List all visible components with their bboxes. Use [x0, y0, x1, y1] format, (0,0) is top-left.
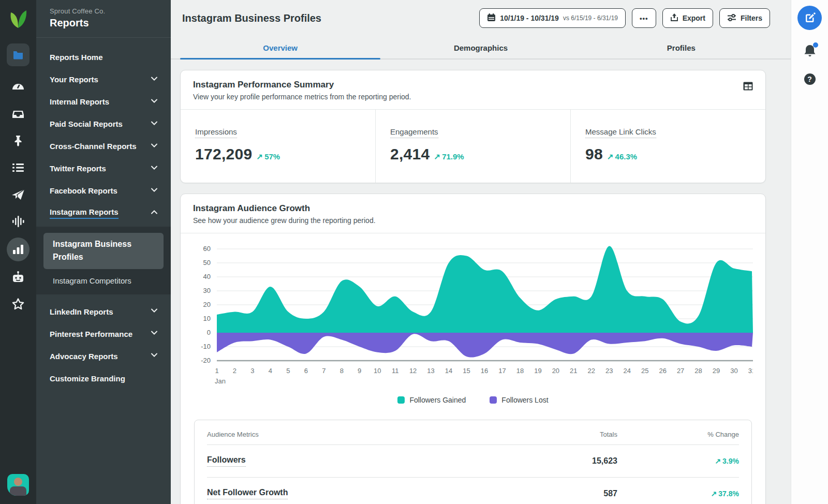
- chevron-up-icon: [151, 210, 157, 216]
- more-options-button[interactable]: •••: [632, 8, 656, 28]
- metric-value: 2,414: [390, 145, 430, 163]
- svg-text:13: 13: [427, 367, 434, 375]
- tab-profiles[interactable]: Profiles: [581, 36, 781, 58]
- folder-nav-icon[interactable]: [7, 43, 29, 66]
- notifications-button[interactable]: [803, 44, 817, 60]
- compare-range-label: vs 6/15/19 - 6/31/19: [563, 14, 618, 22]
- svg-text:25: 25: [641, 367, 648, 375]
- sidebar-subitem-instagram-business-profiles[interactable]: Instagram Business Profiles: [43, 233, 164, 269]
- growth-card-title: Instagram Audience Growth: [193, 203, 753, 214]
- svg-text:14: 14: [445, 367, 452, 375]
- growth-card-subtitle: See how your audience grew during the re…: [193, 216, 753, 225]
- svg-text:17: 17: [498, 367, 506, 375]
- publish-send-icon[interactable]: [7, 181, 29, 208]
- metric-label[interactable]: Message Link Clicks: [585, 127, 656, 138]
- col-header-change: % Change: [617, 431, 739, 438]
- svg-text:30: 30: [730, 367, 737, 375]
- svg-text:7: 7: [322, 367, 326, 375]
- chevron-down-icon: [151, 308, 157, 315]
- table-row-net-follower-growth: Net Follower Growth 587 37.8%: [207, 478, 739, 504]
- row-metric-label[interactable]: Net Follower Growth: [207, 488, 288, 499]
- dashboard-gauge-icon[interactable]: [7, 73, 29, 100]
- chevron-down-icon: [151, 121, 157, 127]
- user-avatar[interactable]: [7, 474, 29, 496]
- svg-text:0: 0: [207, 329, 211, 336]
- audience-growth-chart: 6050403020100-10-20123456789101112131415…: [193, 242, 753, 389]
- date-range-button[interactable]: 10/1/19 - 10/31/19 vs 6/15/19 - 6/31/19: [479, 8, 626, 28]
- svg-text:9: 9: [358, 367, 361, 375]
- main-content: Instagram Business Profiles 10/1/19 - 10…: [171, 0, 791, 504]
- pin-icon[interactable]: [7, 127, 29, 154]
- chevron-down-icon: [151, 99, 157, 105]
- svg-text:27: 27: [677, 367, 684, 375]
- metric-impressions: Impressions 172,209 57%: [181, 110, 376, 183]
- svg-text:24: 24: [623, 367, 630, 375]
- tab-overview[interactable]: Overview: [180, 36, 380, 58]
- sidebar-item-paid-social-reports[interactable]: Paid Social Reports: [36, 113, 171, 135]
- row-change: 37.8%: [711, 490, 739, 498]
- date-range-label: 10/1/19 - 10/31/19: [500, 14, 559, 22]
- table-row-followers: Followers 15,623 3.9%: [207, 445, 739, 478]
- audience-growth-card: Instagram Audience Growth See how your a…: [180, 194, 766, 504]
- compose-button[interactable]: [797, 6, 822, 30]
- sidebar-item-twitter-reports[interactable]: Twitter Reports: [36, 157, 171, 180]
- list-icon[interactable]: [7, 154, 29, 181]
- sidebar-item-your-reports[interactable]: Your Reports: [36, 68, 171, 91]
- sidebar-item-internal-reports[interactable]: Internal Reports: [36, 91, 171, 113]
- export-label: Export: [683, 14, 705, 22]
- bot-icon[interactable]: [7, 264, 29, 291]
- sidebar-item-linkedin-reports[interactable]: LinkedIn Reports: [36, 301, 171, 323]
- row-total: 15,623: [488, 456, 617, 466]
- svg-text:10: 10: [203, 315, 211, 322]
- metric-label[interactable]: Engagements: [390, 127, 438, 138]
- sidebar-item-advocacy-reports[interactable]: Advocacy Reports: [36, 345, 171, 367]
- help-button[interactable]: ?: [804, 73, 816, 85]
- metric-label[interactable]: Impressions: [195, 127, 237, 138]
- svg-text:16: 16: [481, 367, 488, 375]
- svg-text:23: 23: [605, 367, 613, 375]
- export-button[interactable]: Export: [662, 8, 713, 28]
- svg-text:22: 22: [588, 367, 595, 375]
- svg-text:50: 50: [203, 259, 211, 266]
- star-icon[interactable]: [7, 291, 29, 318]
- svg-text:2: 2: [233, 367, 236, 375]
- app-icon-rail: [0, 0, 36, 504]
- report-tabs: Overview Demographics Profiles: [171, 36, 791, 60]
- svg-text:19: 19: [534, 367, 541, 375]
- page-header: Instagram Business Profiles 10/1/19 - 10…: [171, 0, 791, 36]
- svg-text:31: 31: [748, 367, 753, 375]
- audience-metrics-table: Audience Metrics Totals % Change Followe…: [194, 420, 752, 504]
- legend-followers-gained[interactable]: Followers Gained: [397, 396, 466, 404]
- sidebar-item-instagram-reports[interactable]: Instagram Reports: [36, 202, 171, 224]
- filters-button[interactable]: Filters: [719, 8, 770, 28]
- metric-change: 57%: [257, 152, 280, 161]
- col-header-totals: Totals: [488, 431, 617, 438]
- svg-text:15: 15: [463, 367, 470, 375]
- sidebar-subitem-instagram-competitors[interactable]: Instagram Competitors: [43, 269, 164, 288]
- listening-pulse-icon[interactable]: [7, 208, 29, 235]
- sidebar-item-cross-channel-reports[interactable]: Cross-Channel Reports: [36, 135, 171, 157]
- svg-text:20: 20: [203, 301, 211, 308]
- svg-text:40: 40: [203, 273, 211, 280]
- reports-chart-icon[interactable]: [7, 235, 29, 264]
- chevron-down-icon: [151, 353, 157, 359]
- sidebar-header: Sprout Coffee Co. Reports: [36, 0, 171, 38]
- company-name: Sprout Coffee Co.: [50, 7, 157, 15]
- sidebar-item-reports-home[interactable]: Reports Home: [36, 46, 171, 68]
- tab-demographics[interactable]: Demographics: [380, 36, 581, 58]
- inbox-icon[interactable]: [7, 100, 29, 127]
- svg-text:29: 29: [713, 367, 720, 375]
- sprout-logo-icon[interactable]: [9, 7, 27, 30]
- svg-text:-10: -10: [201, 343, 211, 350]
- row-metric-label[interactable]: Followers: [207, 455, 246, 467]
- sidebar-item-customize-branding[interactable]: Customize Branding: [36, 367, 171, 390]
- svg-text:20: 20: [552, 367, 559, 375]
- sidebar-item-pinterest-performance[interactable]: Pinterest Performance: [36, 323, 171, 345]
- row-change: 3.9%: [715, 457, 739, 465]
- table-view-icon[interactable]: [743, 82, 753, 93]
- svg-text:3: 3: [250, 367, 254, 375]
- legend-followers-lost[interactable]: Followers Lost: [490, 396, 548, 404]
- chevron-down-icon: [151, 188, 157, 194]
- sidebar-title: Reports: [50, 17, 157, 29]
- sidebar-item-facebook-reports[interactable]: Facebook Reports: [36, 180, 171, 202]
